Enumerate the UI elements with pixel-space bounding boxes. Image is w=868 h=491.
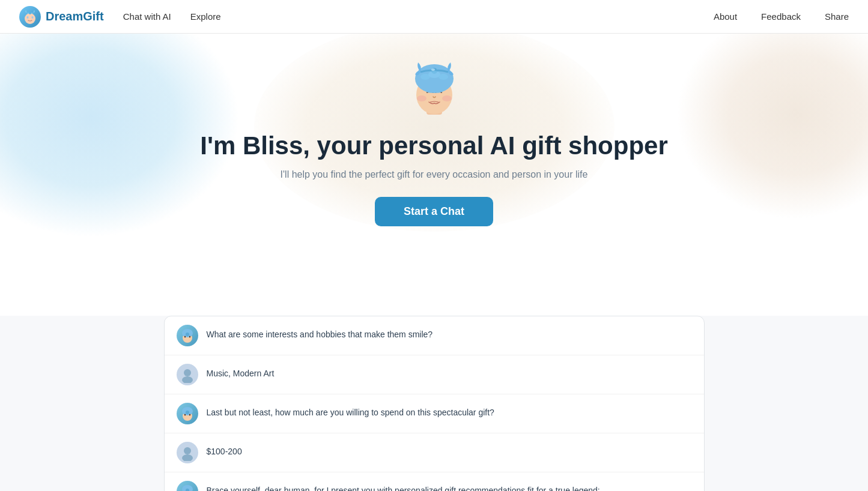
hero-avatar [395, 46, 473, 124]
svg-point-21 [184, 369, 191, 376]
nav-link-about[interactable]: About [714, 11, 737, 22]
logo-icon [19, 6, 41, 28]
svg-point-6 [417, 95, 426, 101]
svg-point-3 [29, 12, 31, 14]
hero-section: I'm Bliss, your personal AI gift shopper… [0, 34, 868, 316]
svg-point-0 [25, 13, 35, 24]
user-avatar-1 [177, 364, 198, 385]
svg-point-19 [184, 336, 185, 338]
svg-point-26 [184, 414, 185, 416]
hero-title: I'm Bliss, your personal AI gift shopper [200, 131, 668, 161]
nav-link-feedback[interactable]: Feedback [761, 11, 801, 22]
svg-point-20 [189, 336, 190, 338]
navbar: DreamGift Chat with AI Explore About Fee… [0, 0, 868, 34]
nav-left: DreamGift Chat with AI Explore [19, 6, 221, 28]
chat-message-5: Brace yourself, dear human, for I presen… [165, 472, 704, 491]
svg-point-28 [184, 447, 191, 454]
nav-link-explore[interactable]: Explore [190, 11, 221, 22]
svg-point-7 [442, 95, 452, 101]
chat-container: What are some interests and hobbies that… [164, 316, 705, 491]
svg-point-15 [431, 68, 435, 71]
svg-point-22 [182, 376, 193, 383]
ai-avatar-3 [177, 481, 198, 491]
brand-name: DreamGift [46, 10, 104, 23]
ai-avatar-2 [177, 403, 198, 424]
logo[interactable]: DreamGift [19, 6, 104, 28]
chat-message-2: Music, Modern Art [165, 355, 704, 394]
svg-point-14 [439, 74, 448, 80]
svg-point-1 [27, 16, 29, 19]
chat-section: What are some interests and hobbies that… [0, 316, 868, 491]
chat-text-5: Brace yourself, dear human, for I presen… [207, 481, 600, 491]
chat-message-4: $100-200 [165, 433, 704, 472]
svg-point-27 [189, 414, 190, 416]
chat-text-1: What are some interests and hobbies that… [207, 325, 433, 341]
svg-point-29 [182, 454, 193, 461]
svg-point-18 [186, 333, 189, 336]
svg-point-13 [428, 71, 440, 78]
hero-subtitle: I'll help you find the perfect gift for … [281, 169, 588, 180]
svg-point-2 [32, 16, 34, 19]
chat-message-3: Last but not least, how much are you wil… [165, 394, 704, 433]
chat-text-2: Music, Modern Art [207, 364, 275, 380]
nav-link-chat-with-ai[interactable]: Chat with AI [123, 11, 171, 22]
start-chat-button[interactable]: Start a Chat [375, 197, 493, 226]
svg-point-25 [186, 411, 189, 414]
chat-message-1: What are some interests and hobbies that… [165, 316, 704, 355]
nav-right: About Feedback Share [714, 11, 849, 22]
nav-link-share[interactable]: Share [825, 11, 849, 22]
ai-avatar-1 [177, 325, 198, 346]
chat-text-3: Last but not least, how much are you wil… [207, 403, 494, 419]
user-avatar-2 [177, 442, 198, 463]
chat-text-4: $100-200 [207, 442, 242, 458]
